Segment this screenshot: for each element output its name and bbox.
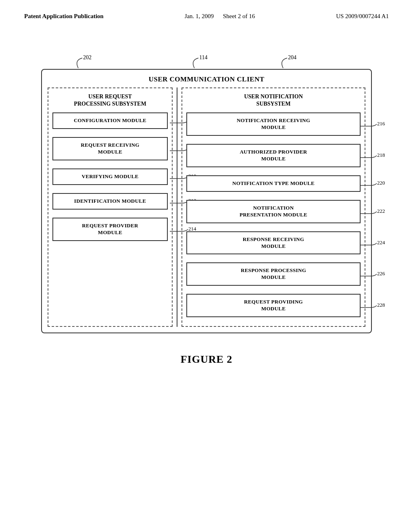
svg-text:220: 220 bbox=[377, 180, 385, 186]
diagram-wrapper: 202 114 204 bbox=[41, 68, 372, 333]
module-configuration: CONFIGURATION MODULE bbox=[52, 112, 168, 129]
left-subsystem: USER REQUESTPROCESSING SUBSYSTEM CONFIGU… bbox=[48, 87, 173, 327]
svg-text:114: 114 bbox=[199, 54, 207, 60]
ref-222: 222 bbox=[361, 210, 383, 218]
ref-220: 220 bbox=[361, 181, 383, 189]
diagram-area: 202 114 204 bbox=[0, 68, 413, 333]
module-notification-type: NOTIFICATION TYPE MODULE bbox=[186, 175, 361, 192]
module-notification-receiving: NOTIFICATION RECEIVINGMODULE bbox=[186, 112, 361, 136]
svg-text:204: 204 bbox=[288, 54, 296, 60]
module-request-provider: REQUEST PROVIDERMODULE bbox=[52, 218, 168, 241]
svg-text:202: 202 bbox=[83, 54, 92, 60]
module-request-providing: REQUEST PROVIDINGMODULE bbox=[186, 294, 361, 317]
svg-text:222: 222 bbox=[377, 208, 385, 214]
ref-216: 216 bbox=[361, 122, 383, 130]
figure-caption: FIGURE 2 bbox=[0, 353, 413, 366]
page-header: Patent Application Publication Jan. 1, 2… bbox=[0, 0, 413, 20]
ref-226: 226 bbox=[361, 272, 383, 280]
module-authorized-provider: AUTHORIZED PROVIDERMODULE bbox=[186, 144, 361, 167]
svg-text:226: 226 bbox=[377, 270, 385, 276]
sheet-label: Sheet 2 of 16 bbox=[223, 13, 255, 19]
left-subsystem-title: USER REQUESTPROCESSING SUBSYSTEM bbox=[52, 93, 168, 108]
module-response-processing: RESPONSE PROCESSINGMODULE bbox=[186, 262, 361, 286]
svg-text:216: 216 bbox=[377, 121, 385, 127]
publication-label: Patent Application Publication bbox=[24, 13, 104, 19]
svg-text:218: 218 bbox=[377, 152, 385, 158]
patent-number-label: US 2009/0007244 A1 bbox=[336, 13, 389, 19]
date-label: Jan. 1, 2009 bbox=[185, 13, 214, 19]
outer-box: USER COMMUNICATION CLIENT USER REQUESTPR… bbox=[41, 69, 372, 333]
header-center: Jan. 1, 2009 Sheet 2 of 16 bbox=[185, 13, 255, 20]
ref-228: 228 bbox=[361, 303, 383, 312]
header-left: Patent Application Publication bbox=[24, 13, 104, 20]
outer-box-title: USER COMMUNICATION CLIENT bbox=[42, 70, 371, 87]
header-right: US 2009/0007244 A1 bbox=[336, 13, 389, 20]
svg-text:224: 224 bbox=[377, 239, 385, 245]
module-response-receiving: RESPONSE RECEIVINGMODULE bbox=[186, 231, 361, 255]
module-request-receiving: REQUEST RECEIVINGMODULE bbox=[52, 137, 168, 160]
module-verifying: VERIFYING MODULE bbox=[52, 168, 168, 185]
right-subsystem-title: USER NOTIFICATIONSUBSYSTEM bbox=[186, 93, 361, 108]
module-notification-presentation: NOTIFICATIONPRESENTATION MODULE bbox=[186, 200, 361, 223]
svg-text:228: 228 bbox=[377, 302, 385, 308]
module-identification: IDENTIFICATION MODULE bbox=[52, 193, 168, 210]
ref-224: 224 bbox=[361, 241, 383, 249]
subsystems-row: USER REQUESTPROCESSING SUBSYSTEM CONFIGU… bbox=[42, 87, 371, 332]
ref-218: 218 bbox=[361, 154, 383, 162]
right-subsystem: USER NOTIFICATIONSUBSYSTEM NOTIFICATION … bbox=[181, 87, 365, 327]
